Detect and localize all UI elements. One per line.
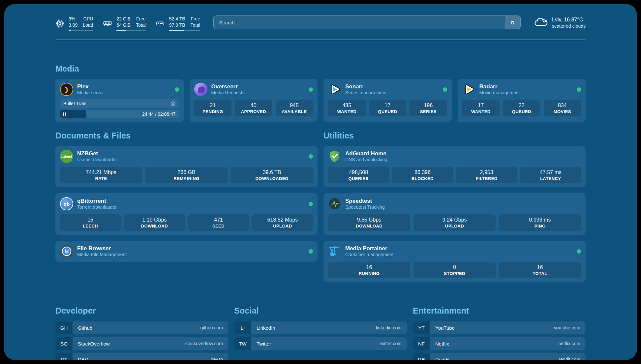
service-subtitle: Torrent downloader [77, 204, 117, 210]
bookmark-name: Netflix [435, 341, 449, 347]
service-card-plex[interactable]: ❯ Plex Media server Bullet Train [55, 79, 184, 122]
disk-total-label: Total [191, 22, 200, 28]
memory-free-label: Free [136, 16, 146, 22]
bookmark-abbr: NF [413, 337, 430, 350]
bookmark-name: Twitter [257, 341, 271, 347]
bookmark-abbr: YT [413, 321, 430, 334]
section-title-documents: Documents & Files [55, 131, 318, 140]
now-playing-progress-track: 24:44 / 02:06:47 [60, 110, 179, 118]
cpu-load-value: 3.09 [69, 22, 77, 28]
bookmark-linkedin[interactable]: LI LinkedIn linkedin.com [234, 321, 407, 334]
service-name: Media Portainer [345, 245, 393, 252]
bookmark-url: reddit.com [559, 357, 580, 360]
status-online-dot [309, 202, 313, 206]
service-name: Plex [77, 83, 104, 90]
bookmark-dev[interactable]: DT DEV dev.to [55, 353, 228, 360]
service-name: Sonarr [345, 83, 386, 90]
now-playing-time: 24:44 / 02:06:47 [142, 111, 179, 117]
memory-stat-widget: 22 GiB 64 GiB Free Total [103, 16, 145, 31]
bookmark-abbr: RE [413, 353, 430, 360]
cpu-label: CPU [83, 16, 93, 22]
bookmark-url: github.com [200, 325, 223, 330]
status-online-dot [443, 87, 447, 92]
section-title-developer: Developer [55, 306, 228, 316]
now-playing-view-icon[interactable] [170, 101, 176, 106]
service-card-overseerr[interactable]: Overseerr Media Requests 21PENDING 40APP… [190, 79, 318, 122]
header-divider [55, 40, 586, 40]
stat-tile: 9.24 GbpsUPLOAD [413, 214, 496, 231]
service-subtitle: Movie management [479, 90, 520, 96]
bookmark-abbr: LI [234, 321, 251, 334]
service-name: Speedtest [345, 197, 385, 204]
service-card-radarr[interactable]: Radarr Movie management 17WANTED 22QUEUE… [458, 79, 586, 122]
bookmark-netflix[interactable]: NF Netflix netflix.com [413, 337, 586, 350]
stat-tile: 21PENDING [194, 100, 232, 116]
disk-icon [156, 19, 165, 28]
cloud-icon [534, 17, 548, 29]
stat-tile: 618.52 MbpsUPLOAD [252, 214, 313, 231]
search-input[interactable] [213, 15, 521, 29]
stat-tile: 1.19 GbpsDOWNLOAD [124, 214, 185, 231]
bookmark-github[interactable]: GH Github github.com [55, 321, 228, 334]
speedtest-pulse-icon [328, 197, 341, 210]
bookmark-name: YouTube [435, 325, 455, 331]
top-bar: 9% 3.09 CPU Load [55, 14, 586, 33]
plex-chevron-glyph: ❯ [64, 86, 69, 93]
bookmark-url: linkedin.com [376, 325, 402, 330]
section-title-media: Media [55, 64, 586, 74]
stat-tile: 17QUEUED [369, 100, 407, 116]
service-subtitle: Media server [77, 90, 104, 96]
service-card-filebrowser[interactable]: File Browser Media File Management [55, 241, 318, 262]
bookmark-name: LinkedIn [257, 325, 275, 331]
stat-tile: 86,396BLOCKED [392, 167, 453, 183]
service-card-sonarr[interactable]: Sonarr Series management 485WANTED 17QUE… [323, 79, 452, 122]
status-online-dot [309, 87, 313, 92]
service-name: NZBGet [77, 150, 117, 157]
service-card-nzbget[interactable]: nzbget NZBGet Usenet downloader 744.21 M… [55, 146, 318, 187]
stat-tile: 39.6 TBDOWNLOADED [231, 167, 313, 183]
service-card-adguard[interactable]: AdGuard Home DNS and adblocking 498,508Q… [323, 146, 586, 187]
weather-location-temp: Lviv, 16.87°C [552, 17, 586, 23]
bookmark-stackoverflow[interactable]: SO StackOverflow stackoverflow.com [55, 337, 228, 350]
service-subtitle: Media File Management [77, 252, 127, 258]
stat-tile: 2,953FILTERED [456, 167, 517, 183]
bookmark-url: dev.to [211, 357, 223, 360]
stat-tile: 47.57 msLATENCY [520, 167, 581, 183]
stat-tile: 16RUNNING [328, 262, 410, 278]
service-card-qbittorrent[interactable]: qb qBittorrent Torrent downloader 16LEEC… [55, 193, 318, 235]
bookmark-name: DEV [78, 357, 88, 360]
service-card-portainer[interactable]: Media Portainer Container management 16R… [323, 241, 586, 282]
search-engine-button[interactable]: G [505, 16, 520, 29]
stat-tile: 22QUEUED [503, 100, 540, 116]
service-card-speedtest[interactable]: Speedtest Speedtest Tracking 9.65 GbpsDO… [323, 193, 586, 235]
qbittorrent-icon: qb [60, 197, 73, 210]
bookmark-name: Github [78, 325, 92, 331]
stat-tile: 0.993 msPING [499, 214, 581, 231]
bookmark-abbr: SO [55, 337, 73, 350]
bookmark-url: twitter.com [380, 341, 402, 346]
cpu-progress-bar [69, 30, 93, 31]
service-subtitle: Media Requests [211, 90, 245, 96]
service-name: AdGuard Home [345, 150, 387, 157]
bookmark-url: netflix.com [558, 341, 580, 346]
stat-tile: 834MOVIES [544, 100, 581, 116]
stat-tile: 744.21 MbpsRATE [60, 167, 142, 183]
disk-free-value: 52.4 TB [169, 16, 185, 22]
service-name: qBittorrent [77, 197, 117, 204]
memory-total-label: Total [136, 22, 146, 28]
bookmark-name: StackOverflow [78, 341, 110, 347]
status-online-dot [309, 154, 313, 159]
disk-free-label: Free [191, 16, 200, 22]
disk-total-value: 97.9 TB [169, 22, 185, 28]
bookmark-twitter[interactable]: TW Twitter twitter.com [234, 337, 407, 350]
section-title-entertainment: Entertainment [413, 306, 586, 316]
stat-tile: 485WANTED [328, 100, 366, 116]
bookmark-youtube[interactable]: YT YouTube youtube.com [413, 321, 586, 334]
cpu-icon [55, 19, 64, 28]
stat-tile: 40APPROVED [235, 100, 272, 116]
sonarr-icon [328, 83, 341, 96]
bookmark-reddit[interactable]: RE Reddit reddit.com [413, 353, 586, 360]
service-subtitle: Speedtest Tracking [345, 204, 385, 210]
overseerr-icon [194, 83, 207, 96]
ram-icon [103, 19, 112, 28]
